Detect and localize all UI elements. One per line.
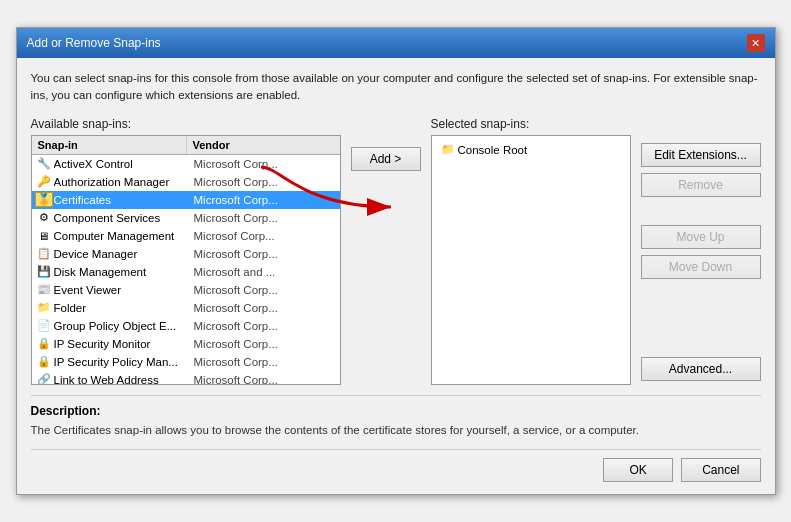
selected-snap-in-list[interactable]: 📁 Console Root [431,135,631,385]
eventvwr-icon: 📰 [36,282,52,298]
item-name: Certificates [54,194,194,206]
available-label: Available snap-ins: [31,117,341,131]
compmgmt-icon: 🖥 [36,228,52,244]
list-item[interactable]: 🖥 Computer Management Microsof Corp... [32,227,340,245]
edit-extensions-button[interactable]: Edit Extensions... [641,143,761,167]
list-item[interactable]: 🔧 ActiveX Control Microsoft Corp... [32,155,340,173]
item-name: Disk Management [54,266,194,278]
item-name: Component Services [54,212,194,224]
column-vendor: Vendor [187,136,340,154]
add-button[interactable]: Add > [351,147,421,171]
item-vendor: Microsoft Corp... [194,194,278,206]
description-label: Description: [31,404,761,418]
right-action-buttons: Edit Extensions... Remove Move Up Move D… [641,117,761,381]
item-vendor: Microsof Corp... [194,230,275,242]
activex-icon: 🔧 [36,156,52,172]
item-name: Link to Web Address [54,374,194,385]
list-item[interactable]: 📄 Group Policy Object E... Microsoft Cor… [32,317,340,335]
console-root-icon: 📁 [440,142,456,158]
list-item[interactable]: 💾 Disk Management Microsoft and ... [32,263,340,281]
item-name: Computer Management [54,230,194,242]
item-vendor: Microsoft Corp... [194,158,278,170]
list-item[interactable]: 🔒 IP Security Policy Man... Microsoft Co… [32,353,340,371]
item-name: Folder [54,302,194,314]
item-name: Group Policy Object E... [54,320,194,332]
item-name: Authorization Manager [54,176,194,188]
diskmgmt-icon: 💾 [36,264,52,280]
list-item[interactable]: ⚙ Component Services Microsoft Corp... [32,209,340,227]
item-vendor: Microsoft Corp... [194,248,278,260]
ok-button[interactable]: OK [603,458,673,482]
item-name: Device Manager [54,248,194,260]
cancel-button[interactable]: Cancel [681,458,760,482]
cert-icon: 🏅 [36,192,52,208]
item-vendor: Microsoft Corp... [194,356,278,368]
move-down-button[interactable]: Move Down [641,255,761,279]
list-item[interactable]: 🔗 Link to Web Address Microsoft Corp... [32,371,340,385]
intro-text: You can select snap-ins for this console… [31,70,761,105]
ipsecpol-icon: 🔒 [36,354,52,370]
item-vendor: Microsoft Corp... [194,320,278,332]
item-vendor: Microsoft Corp... [194,284,278,296]
title-bar: Add or Remove Snap-ins ✕ [17,28,775,58]
description-section: Description: The Certificates snap-in al… [31,395,761,439]
list-item[interactable]: 📰 Event Viewer Microsoft Corp... [32,281,340,299]
ipsec-icon: 🔒 [36,336,52,352]
item-vendor: Microsoft and ... [194,266,276,278]
dialog-title: Add or Remove Snap-ins [27,36,161,50]
selected-label: Selected snap-ins: [431,117,631,131]
auth-icon: 🔑 [36,174,52,190]
dialog: Add or Remove Snap-ins ✕ You can select … [16,27,776,495]
item-vendor: Microsoft Corp... [194,338,278,350]
item-name: IP Security Policy Man... [54,356,194,368]
available-panel: Available snap-ins: Snap-in Vendor 🔧 Act… [31,117,341,385]
list-item[interactable]: 🔒 IP Security Monitor Microsoft Corp... [32,335,340,353]
item-name: Event Viewer [54,284,194,296]
item-name: IP Security Monitor [54,338,194,350]
middle-panel: Add > [351,117,421,177]
item-vendor: Microsoft Corp... [194,176,278,188]
list-item[interactable]: 🔑 Authorization Manager Microsoft Corp..… [32,173,340,191]
item-vendor: Microsoft Corp... [194,212,278,224]
list-item[interactable]: 🏅 Certificates Microsoft Corp... [32,191,340,209]
bottom-buttons: OK Cancel [31,449,761,482]
list-item[interactable]: 📋 Device Manager Microsoft Corp... [32,245,340,263]
description-text: The Certificates snap-in allows you to b… [31,422,761,439]
selected-item[interactable]: 📁 Console Root [436,140,626,160]
close-button[interactable]: ✕ [747,34,765,52]
move-up-button[interactable]: Move Up [641,225,761,249]
remove-button[interactable]: Remove [641,173,761,197]
item-name: ActiveX Control [54,158,194,170]
column-snapin: Snap-in [32,136,187,154]
list-header: Snap-in Vendor [32,136,340,155]
advanced-button[interactable]: Advanced... [641,357,761,381]
folder-icon: 📁 [36,300,52,316]
item-vendor: Microsoft Corp... [194,302,278,314]
devmgr-icon: 📋 [36,246,52,262]
item-vendor: Microsoft Corp... [194,374,278,385]
available-snap-in-list[interactable]: Snap-in Vendor 🔧 ActiveX Control Microso… [31,135,341,385]
link-icon: 🔗 [36,372,52,385]
console-root-label: Console Root [458,144,528,156]
gpo-icon: 📄 [36,318,52,334]
list-item[interactable]: 📁 Folder Microsoft Corp... [32,299,340,317]
selected-panel: Selected snap-ins: 📁 Console Root [431,117,631,385]
component-icon: ⚙ [36,210,52,226]
